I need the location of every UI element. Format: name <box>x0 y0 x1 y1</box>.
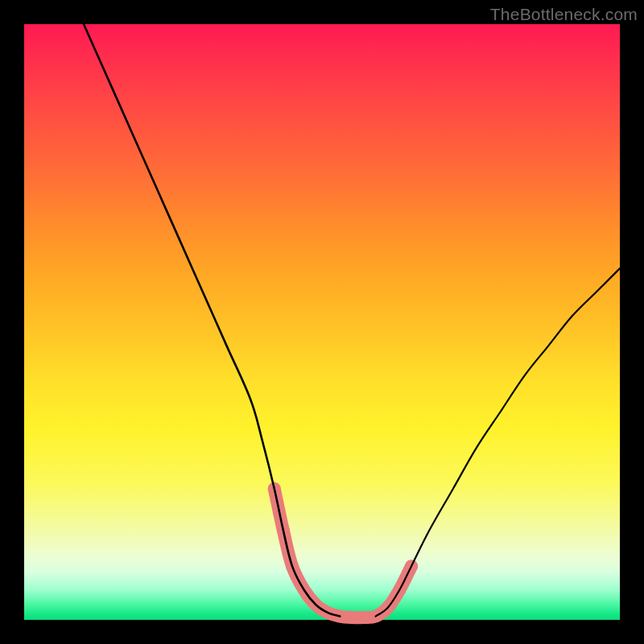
valley-highlight-path <box>275 489 411 617</box>
chart-frame: TheBottleneck.com <box>0 0 644 644</box>
left-curve-path <box>84 24 340 617</box>
plot-area <box>24 24 620 620</box>
right-curve-path <box>376 268 620 616</box>
watermark-text: TheBottleneck.com <box>490 5 638 24</box>
chart-svg <box>24 24 620 620</box>
